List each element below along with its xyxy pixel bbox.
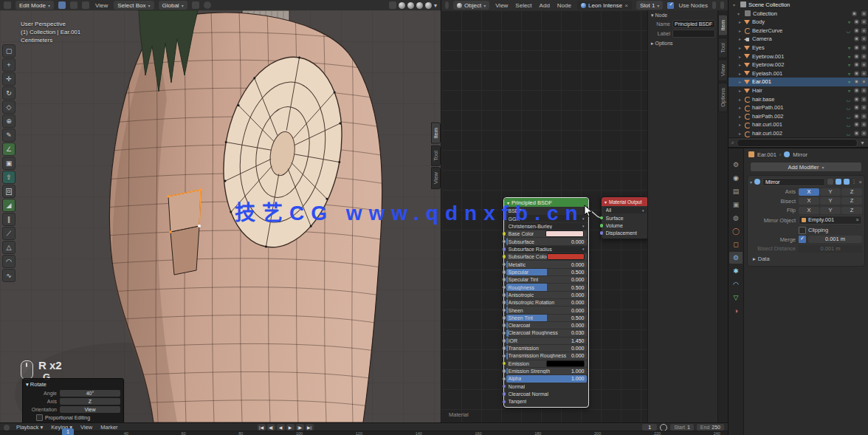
node-principled-bsdf[interactable]: ▾ Principled BSDF BSDF ▾ — [503, 197, 589, 408]
bisect-x-toggle[interactable]: X — [799, 197, 819, 205]
playback-button[interactable]: ◀| — [267, 424, 275, 431]
node-row[interactable]: Surface — [604, 214, 647, 221]
node-socket-left[interactable] — [503, 346, 506, 350]
outliner-item[interactable]: ▸ hair.curl.001 ◡ — [728, 120, 868, 129]
outliner-item[interactable]: ▸ Camera — [728, 35, 868, 44]
collapsed-panel[interactable]: ▸ Options — [651, 41, 715, 47]
collection-row[interactable]: ▾ Collection — [728, 9, 868, 18]
object-type-icon[interactable] — [744, 36, 750, 42]
delete-modifier-icon[interactable]: × — [859, 179, 862, 185]
show-edit-mode-toggle[interactable] — [827, 179, 833, 185]
outliner-item[interactable]: ▸ Eyes ▿ — [728, 44, 868, 52]
node-socket-left[interactable] — [503, 217, 506, 221]
properties-tab[interactable]: ⚙ — [729, 252, 743, 264]
node-socket-left[interactable] — [503, 270, 506, 274]
tool-button[interactable]: ✛ — [2, 72, 16, 86]
outliner-item[interactable]: ▸ Eyebrow.001 ▿ — [728, 52, 868, 61]
flip-z-toggle[interactable]: Z — [841, 207, 862, 214]
menu-add[interactable]: Add — [538, 2, 551, 9]
tool-button[interactable]: ◢ — [2, 199, 16, 212]
modifier-name-field[interactable]: Mirror — [762, 178, 825, 186]
hide-icon[interactable] — [854, 54, 859, 59]
disable-render-icon[interactable] — [861, 122, 867, 127]
node-row[interactable]: Sheen Tint 0.500 ▾ — [506, 315, 587, 321]
node-row[interactable]: Base Color ▾ — [506, 230, 587, 237]
node-row[interactable]: Subsurface 0.000 ▾ — [506, 238, 587, 244]
object-type-icon[interactable] — [744, 45, 750, 51]
hide-icon[interactable] — [854, 71, 859, 76]
disable-render-icon[interactable] — [861, 28, 867, 33]
disable-render-icon[interactable] — [861, 19, 867, 24]
tool-button[interactable]: ∿ — [2, 269, 16, 282]
outliner-item[interactable]: ▸ Hair ▿ — [728, 86, 868, 95]
viewport-3d[interactable]: Edit Mode▾ View Select Box▾ Global▾ ▾ — [0, 0, 441, 422]
pin-icon[interactable] — [712, 1, 716, 9]
playback-button[interactable]: ▶ — [286, 424, 294, 431]
tool-button[interactable]: ↻ — [2, 86, 16, 100]
outliner-item[interactable]: ▸ hairPath.001 ◡ — [728, 103, 868, 112]
disable-render-icon[interactable] — [861, 45, 867, 50]
axis-dropdown[interactable]: Z — [60, 398, 120, 405]
tool-button[interactable]: ▣ — [2, 157, 16, 170]
tool-button[interactable]: ✎ — [2, 129, 16, 142]
tool-button[interactable]: ∥ — [2, 213, 16, 226]
node-row[interactable]: BSDF ▾ — [506, 208, 587, 214]
node-canvas[interactable]: ▾ Principled BSDF BSDF ▾ — [441, 10, 647, 422]
bisect-distance-field[interactable]: 0.001 m — [799, 245, 862, 253]
axis-x-toggle[interactable]: X — [799, 188, 819, 196]
node-socket-left[interactable] — [503, 369, 506, 373]
editor-type-icon[interactable] — [4, 1, 11, 9]
node-row[interactable]: Transmission 0.000 ▾ — [506, 345, 587, 352]
editor-type-icon[interactable] — [4, 425, 10, 431]
node-row[interactable]: Sheen 0.000 ▾ — [506, 306, 587, 313]
color-swatch[interactable] — [547, 253, 585, 260]
node-socket-left[interactable] — [503, 209, 506, 213]
hide-icon[interactable] — [854, 19, 859, 24]
output-target-dropdown[interactable]: All▾ — [604, 207, 647, 213]
node-socket-left[interactable] — [503, 278, 506, 281]
object-type-icon[interactable] — [744, 88, 750, 94]
object-type-icon[interactable] — [744, 62, 750, 68]
shading-solid-icon[interactable] — [407, 2, 414, 9]
edge-select-icon[interactable] — [70, 1, 78, 9]
color-swatch[interactable] — [546, 360, 585, 367]
node-row[interactable]: GGX ▾ — [506, 215, 587, 222]
data-panel-collapsed[interactable]: ▸ Data — [750, 255, 862, 264]
outliner-item[interactable]: ▸ Eyebrow.002 ▿ — [728, 61, 868, 69]
outliner-search-input[interactable] — [737, 139, 858, 147]
sidebar-tab[interactable]: Options — [718, 83, 728, 112]
merge-distance-field[interactable]: 0.001 m — [808, 236, 862, 243]
node-row[interactable]: Christensen-Burley ▾ — [506, 223, 587, 230]
sidebar-tab[interactable]: View — [718, 59, 728, 81]
node-socket-left[interactable] — [503, 339, 506, 343]
object-type-icon[interactable] — [744, 96, 750, 102]
hide-icon[interactable] — [854, 36, 859, 41]
properties-tab[interactable]: ◠ — [729, 278, 743, 290]
node-row[interactable]: Alpha 1.000 ▾ — [506, 375, 587, 382]
tool-button[interactable]: ◠ — [2, 255, 16, 268]
add-modifier-button[interactable]: Add Modifier▾ — [750, 162, 862, 172]
node-name-field[interactable]: Principled BSDF — [672, 20, 715, 28]
disable-render-icon[interactable] — [861, 62, 867, 67]
properties-tab[interactable]: ▽ — [729, 292, 743, 304]
hide-icon[interactable] — [854, 122, 859, 127]
axis-z-toggle[interactable]: Z — [841, 188, 862, 196]
menu-view[interactable]: View — [494, 2, 509, 9]
node-socket-left[interactable] — [503, 392, 506, 396]
node-row[interactable]: Specular Tint 0.000 ▾ — [506, 276, 587, 283]
face-select-icon[interactable] — [82, 1, 89, 9]
node-socket-left[interactable] — [503, 232, 506, 236]
node-socket-right[interactable] — [587, 346, 590, 350]
hide-icon[interactable] — [854, 105, 859, 110]
node-material-output[interactable]: ▾ Material Output All▾ Surface — [601, 196, 647, 239]
object-type-icon[interactable] — [744, 79, 750, 85]
node-row[interactable]: Subsurface Color ▾ — [506, 253, 587, 260]
shading-dropdown-icon[interactable]: ▾ — [434, 2, 437, 9]
current-frame-field[interactable]: 1 — [642, 424, 657, 431]
node-socket-left[interactable] — [503, 263, 506, 267]
snap-magnet-icon[interactable] — [720, 1, 724, 9]
node-socket-left[interactable] — [503, 225, 506, 228]
disable-render-icon[interactable] — [861, 105, 867, 110]
tool-button[interactable]: ∠ — [2, 143, 16, 156]
merge-checkbox[interactable] — [799, 236, 806, 243]
